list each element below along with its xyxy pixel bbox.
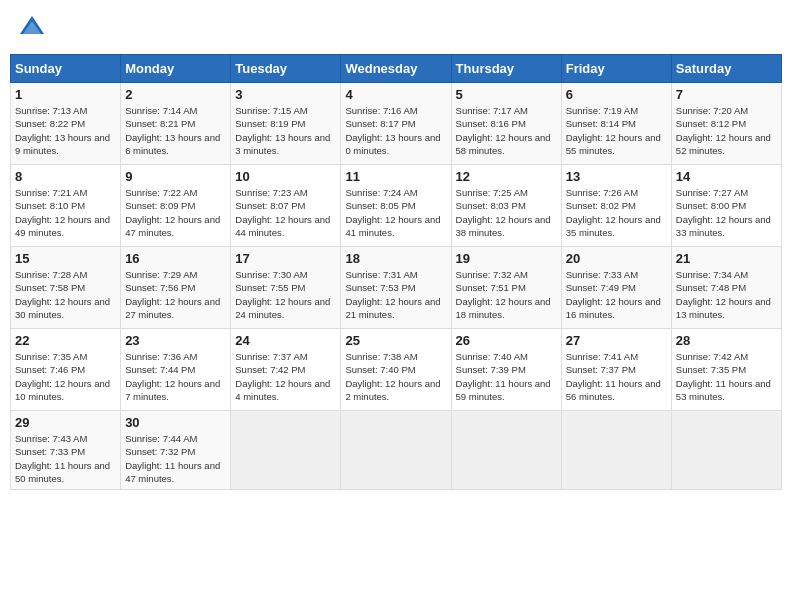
logo-icon [18,14,46,42]
day-info: Sunrise: 7:33 AMSunset: 7:49 PMDaylight:… [566,268,667,321]
calendar-cell [341,411,451,490]
day-info: Sunrise: 7:28 AMSunset: 7:58 PMDaylight:… [15,268,116,321]
day-number: 4 [345,87,446,102]
calendar-cell: 1Sunrise: 7:13 AMSunset: 8:22 PMDaylight… [11,83,121,165]
calendar-cell: 16Sunrise: 7:29 AMSunset: 7:56 PMDayligh… [121,247,231,329]
column-header-monday: Monday [121,55,231,83]
day-number: 3 [235,87,336,102]
day-info: Sunrise: 7:19 AMSunset: 8:14 PMDaylight:… [566,104,667,157]
calendar-cell: 5Sunrise: 7:17 AMSunset: 8:16 PMDaylight… [451,83,561,165]
day-info: Sunrise: 7:13 AMSunset: 8:22 PMDaylight:… [15,104,116,157]
calendar-week-row: 29Sunrise: 7:43 AMSunset: 7:33 PMDayligh… [11,411,782,490]
day-number: 6 [566,87,667,102]
day-info: Sunrise: 7:37 AMSunset: 7:42 PMDaylight:… [235,350,336,403]
calendar-cell [561,411,671,490]
day-number: 30 [125,415,226,430]
calendar-week-row: 15Sunrise: 7:28 AMSunset: 7:58 PMDayligh… [11,247,782,329]
calendar-cell: 24Sunrise: 7:37 AMSunset: 7:42 PMDayligh… [231,329,341,411]
day-info: Sunrise: 7:31 AMSunset: 7:53 PMDaylight:… [345,268,446,321]
calendar-week-row: 1Sunrise: 7:13 AMSunset: 8:22 PMDaylight… [11,83,782,165]
calendar-cell: 9Sunrise: 7:22 AMSunset: 8:09 PMDaylight… [121,165,231,247]
calendar-cell: 6Sunrise: 7:19 AMSunset: 8:14 PMDaylight… [561,83,671,165]
day-number: 20 [566,251,667,266]
logo [18,14,50,42]
calendar-cell [451,411,561,490]
day-info: Sunrise: 7:14 AMSunset: 8:21 PMDaylight:… [125,104,226,157]
day-number: 19 [456,251,557,266]
day-number: 27 [566,333,667,348]
day-number: 16 [125,251,226,266]
day-number: 7 [676,87,777,102]
column-header-tuesday: Tuesday [231,55,341,83]
day-info: Sunrise: 7:34 AMSunset: 7:48 PMDaylight:… [676,268,777,321]
day-info: Sunrise: 7:17 AMSunset: 8:16 PMDaylight:… [456,104,557,157]
calendar-cell: 13Sunrise: 7:26 AMSunset: 8:02 PMDayligh… [561,165,671,247]
calendar-table: SundayMondayTuesdayWednesdayThursdayFrid… [10,54,782,490]
day-number: 9 [125,169,226,184]
day-info: Sunrise: 7:43 AMSunset: 7:33 PMDaylight:… [15,432,116,485]
calendar-cell: 7Sunrise: 7:20 AMSunset: 8:12 PMDaylight… [671,83,781,165]
day-number: 10 [235,169,336,184]
calendar-cell: 20Sunrise: 7:33 AMSunset: 7:49 PMDayligh… [561,247,671,329]
calendar-cell: 28Sunrise: 7:42 AMSunset: 7:35 PMDayligh… [671,329,781,411]
day-number: 23 [125,333,226,348]
day-info: Sunrise: 7:40 AMSunset: 7:39 PMDaylight:… [456,350,557,403]
day-info: Sunrise: 7:20 AMSunset: 8:12 PMDaylight:… [676,104,777,157]
day-number: 26 [456,333,557,348]
day-number: 22 [15,333,116,348]
column-header-sunday: Sunday [11,55,121,83]
day-number: 2 [125,87,226,102]
calendar-week-row: 22Sunrise: 7:35 AMSunset: 7:46 PMDayligh… [11,329,782,411]
day-number: 11 [345,169,446,184]
day-number: 13 [566,169,667,184]
day-number: 28 [676,333,777,348]
day-info: Sunrise: 7:24 AMSunset: 8:05 PMDaylight:… [345,186,446,239]
day-info: Sunrise: 7:27 AMSunset: 8:00 PMDaylight:… [676,186,777,239]
day-number: 8 [15,169,116,184]
day-info: Sunrise: 7:29 AMSunset: 7:56 PMDaylight:… [125,268,226,321]
calendar-cell: 15Sunrise: 7:28 AMSunset: 7:58 PMDayligh… [11,247,121,329]
column-header-thursday: Thursday [451,55,561,83]
day-number: 21 [676,251,777,266]
calendar-cell: 10Sunrise: 7:23 AMSunset: 8:07 PMDayligh… [231,165,341,247]
day-number: 15 [15,251,116,266]
day-number: 24 [235,333,336,348]
calendar-cell [231,411,341,490]
calendar-week-row: 8Sunrise: 7:21 AMSunset: 8:10 PMDaylight… [11,165,782,247]
day-number: 18 [345,251,446,266]
column-header-wednesday: Wednesday [341,55,451,83]
day-info: Sunrise: 7:32 AMSunset: 7:51 PMDaylight:… [456,268,557,321]
day-info: Sunrise: 7:44 AMSunset: 7:32 PMDaylight:… [125,432,226,485]
calendar-cell: 29Sunrise: 7:43 AMSunset: 7:33 PMDayligh… [11,411,121,490]
calendar-cell: 4Sunrise: 7:16 AMSunset: 8:17 PMDaylight… [341,83,451,165]
day-info: Sunrise: 7:36 AMSunset: 7:44 PMDaylight:… [125,350,226,403]
day-number: 1 [15,87,116,102]
calendar-cell: 22Sunrise: 7:35 AMSunset: 7:46 PMDayligh… [11,329,121,411]
calendar-cell: 12Sunrise: 7:25 AMSunset: 8:03 PMDayligh… [451,165,561,247]
day-info: Sunrise: 7:26 AMSunset: 8:02 PMDaylight:… [566,186,667,239]
calendar-cell: 18Sunrise: 7:31 AMSunset: 7:53 PMDayligh… [341,247,451,329]
calendar-cell: 30Sunrise: 7:44 AMSunset: 7:32 PMDayligh… [121,411,231,490]
day-info: Sunrise: 7:30 AMSunset: 7:55 PMDaylight:… [235,268,336,321]
calendar-cell: 27Sunrise: 7:41 AMSunset: 7:37 PMDayligh… [561,329,671,411]
day-number: 5 [456,87,557,102]
day-info: Sunrise: 7:35 AMSunset: 7:46 PMDaylight:… [15,350,116,403]
calendar-cell: 19Sunrise: 7:32 AMSunset: 7:51 PMDayligh… [451,247,561,329]
day-info: Sunrise: 7:22 AMSunset: 8:09 PMDaylight:… [125,186,226,239]
day-info: Sunrise: 7:25 AMSunset: 8:03 PMDaylight:… [456,186,557,239]
page-header [10,10,782,46]
calendar-cell: 25Sunrise: 7:38 AMSunset: 7:40 PMDayligh… [341,329,451,411]
day-info: Sunrise: 7:16 AMSunset: 8:17 PMDaylight:… [345,104,446,157]
column-header-saturday: Saturday [671,55,781,83]
day-info: Sunrise: 7:15 AMSunset: 8:19 PMDaylight:… [235,104,336,157]
day-info: Sunrise: 7:23 AMSunset: 8:07 PMDaylight:… [235,186,336,239]
day-info: Sunrise: 7:42 AMSunset: 7:35 PMDaylight:… [676,350,777,403]
calendar-cell: 21Sunrise: 7:34 AMSunset: 7:48 PMDayligh… [671,247,781,329]
calendar-cell: 23Sunrise: 7:36 AMSunset: 7:44 PMDayligh… [121,329,231,411]
day-number: 17 [235,251,336,266]
column-header-friday: Friday [561,55,671,83]
day-info: Sunrise: 7:41 AMSunset: 7:37 PMDaylight:… [566,350,667,403]
calendar-cell: 8Sunrise: 7:21 AMSunset: 8:10 PMDaylight… [11,165,121,247]
calendar-cell [671,411,781,490]
day-number: 25 [345,333,446,348]
